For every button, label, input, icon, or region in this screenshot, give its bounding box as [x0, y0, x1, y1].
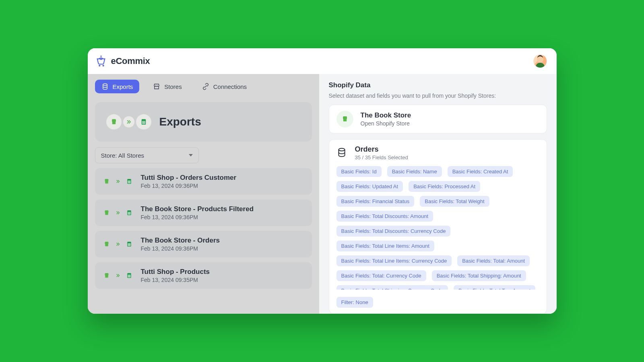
field-chip[interactable]: Basic Fields: Total Discounts: Currency … — [336, 226, 451, 237]
avatar[interactable] — [533, 54, 547, 68]
shopify-icon — [336, 111, 353, 128]
export-item-timestamp: Feb 13, 2024 09:35PM — [141, 277, 210, 283]
tab-label: Exports — [113, 83, 133, 90]
store-filter-label: Store: All Stores — [101, 152, 144, 159]
right-pane: Shopify Data Select dataset and fields y… — [319, 74, 557, 314]
export-item[interactable]: Tutti Shop - Orders Customer Feb 13, 202… — [95, 168, 312, 195]
orders-title: Orders — [355, 145, 408, 154]
export-item[interactable]: Tutti Shop - Products Feb 13, 2024 09:35… — [95, 262, 312, 289]
export-item-timestamp: Feb 13, 2024 09:36PM — [141, 183, 237, 189]
hero: Exports — [95, 102, 312, 142]
export-item-icons — [102, 208, 134, 217]
field-chip[interactable]: Basic Fields: Total: Currency Code — [336, 270, 426, 281]
shopify-icon — [102, 177, 111, 186]
export-item-title: The Book Store - Orders — [141, 237, 220, 245]
tabs: ExportsStoresConnections — [88, 74, 319, 97]
sheets-icon — [125, 240, 134, 249]
topbar: eCommix — [88, 48, 557, 74]
database-icon — [101, 83, 109, 90]
svg-rect-6 — [105, 181, 108, 184]
shopify-icon — [102, 271, 111, 280]
sheets-icon — [125, 271, 134, 280]
export-item-title: Tutti Shop - Orders Customer — [141, 174, 237, 182]
orders-card: Orders 35 / 35 Fields Selected Basic Fie… — [329, 139, 547, 314]
store-card[interactable]: The Book Store Open Shopify Store — [329, 105, 547, 134]
svg-rect-3 — [112, 121, 115, 124]
field-chip[interactable]: Basic Fields: Total Line Items: Currency… — [336, 255, 452, 266]
shopify-icon — [102, 240, 111, 249]
svg-rect-15 — [105, 275, 108, 278]
chevrons-right-icon — [123, 116, 134, 128]
chevrons-right-icon — [114, 177, 122, 186]
hero-icons — [106, 114, 151, 130]
store-filter-select[interactable]: Store: All Stores — [95, 147, 199, 163]
field-chip[interactable]: Basic Fields: Total Shipping: Currency C… — [336, 285, 448, 290]
store-name: The Book Store — [361, 111, 411, 119]
chevrons-right-icon — [114, 240, 122, 249]
sheets-icon — [136, 114, 151, 130]
export-item[interactable]: The Book Store - Products Filtered Feb 1… — [95, 200, 312, 226]
svg-rect-9 — [105, 212, 108, 215]
field-chip[interactable]: Basic Fields: Name — [387, 166, 442, 177]
left-pane: ExportsStoresConnections Exports — [88, 74, 319, 314]
svg-rect-12 — [105, 244, 108, 247]
tab-connections[interactable]: Connections — [196, 80, 253, 93]
export-item[interactable]: The Book Store - Orders Feb 13, 2024 09:… — [95, 231, 312, 257]
brand-name: eCommix — [111, 56, 150, 66]
field-chip[interactable]: Basic Fields: Id — [336, 166, 382, 177]
field-chip[interactable]: Basic Fields: Total Shipping: Amount — [432, 270, 526, 281]
field-chip[interactable]: Basic Fields: Processed At — [409, 181, 480, 192]
body: ExportsStoresConnections Exports — [88, 74, 557, 314]
hero-title: Exports — [159, 115, 201, 128]
field-chip[interactable]: Basic Fields: Total Weight — [420, 196, 489, 207]
field-chip[interactable]: Basic Fields: Financial Status — [336, 196, 415, 207]
tab-exports[interactable]: Exports — [95, 80, 140, 93]
chevrons-right-icon — [114, 271, 122, 280]
field-chip[interactable]: Basic Fields: Total Discounts: Amount — [336, 211, 433, 222]
filter-chip[interactable]: Filter: None — [336, 297, 373, 308]
tab-label: Connections — [213, 83, 247, 90]
orders-header: Orders 35 / 35 Fields Selected — [336, 145, 539, 160]
export-list: Tutti Shop - Orders Customer Feb 13, 202… — [88, 167, 319, 289]
svg-point-19 — [339, 148, 345, 151]
chevrons-right-icon — [114, 208, 122, 217]
filter-row: Store: All Stores — [88, 142, 319, 167]
export-item-icons — [102, 240, 134, 249]
tab-label: Stores — [164, 83, 182, 90]
svg-point-1 — [102, 65, 104, 66]
svg-point-2 — [103, 84, 107, 86]
shopify-icon — [106, 114, 122, 130]
export-item-title: Tutti Shop - Products — [141, 268, 210, 276]
export-item-timestamp: Feb 13, 2024 09:36PM — [141, 214, 254, 220]
store-icon — [153, 83, 160, 90]
svg-point-0 — [99, 65, 100, 66]
link-icon — [202, 83, 209, 90]
export-item-title: The Book Store - Products Filtered — [141, 205, 254, 213]
tab-stores[interactable]: Stores — [147, 80, 188, 93]
svg-rect-18 — [343, 118, 346, 121]
database-icon — [336, 147, 348, 158]
sheets-icon — [125, 208, 134, 217]
export-item-icons — [102, 271, 134, 280]
field-chips: Basic Fields: IdBasic Fields: NameBasic … — [336, 166, 539, 290]
field-chip[interactable]: Basic Fields: Created At — [448, 166, 513, 177]
brand: eCommix — [95, 55, 150, 67]
field-chip[interactable]: Basic Fields: Total Tax: Amount — [454, 285, 535, 290]
brand-logo-icon — [95, 55, 107, 67]
sheets-icon — [125, 177, 134, 186]
chevron-down-icon — [189, 154, 193, 156]
field-chip[interactable]: Basic Fields: Total: Amount — [457, 255, 530, 266]
panel-subtitle: Select dataset and fields you want to pu… — [329, 93, 547, 99]
export-item-timestamp: Feb 13, 2024 09:36PM — [141, 245, 220, 252]
panel-title: Shopify Data — [329, 81, 547, 89]
export-item-icons — [102, 177, 134, 186]
app-window: eCommix ExportsStoresConnections — [88, 48, 557, 314]
shopify-icon — [102, 208, 111, 217]
store-action-label: Open Shopify Store — [361, 120, 411, 127]
field-chip[interactable]: Basic Fields: Updated At — [336, 181, 403, 192]
field-chip[interactable]: Basic Fields: Total Line Items: Amount — [336, 241, 434, 251]
orders-selected-count: 35 / 35 Fields Selected — [355, 154, 408, 160]
